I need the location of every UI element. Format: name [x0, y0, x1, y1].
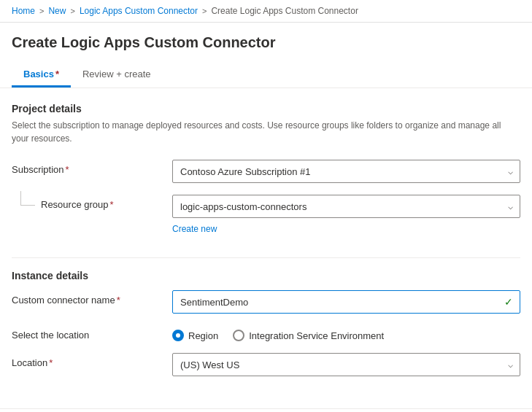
subscription-select[interactable]: Contoso Azure Subscription #1 — [172, 160, 520, 183]
tab-bar: Basics* Review + create — [0, 63, 532, 88]
breadcrumb: Home > New > Logic Apps Custom Connector… — [0, 0, 532, 23]
resource-group-control: logic-apps-custom-connectors ⌵ — [172, 195, 520, 218]
radio-region-circle — [172, 330, 184, 341]
tab-basics[interactable]: Basics* — [12, 63, 71, 88]
location-type-row: Select the location Region Integration S… — [12, 325, 520, 341]
page-title: Create Logic Apps Custom Connector — [0, 23, 532, 57]
create-new-link[interactable]: Create new — [172, 224, 217, 234]
subscription-row: Subscription* Contoso Azure Subscription… — [12, 160, 520, 183]
project-details-title: Project details — [12, 103, 520, 114]
connector-name-row: Custom connector name* ✓ — [12, 290, 520, 314]
radio-ise[interactable]: Integration Service Environment — [233, 330, 384, 341]
breadcrumb-current: Create Logic Apps Custom Connector — [211, 6, 358, 16]
resource-group-select[interactable]: logic-apps-custom-connectors — [172, 195, 520, 218]
location-type-radio-group: Region Integration Service Environment — [172, 325, 520, 341]
location-type-control: Region Integration Service Environment — [172, 325, 520, 341]
location-select[interactable]: (US) West US — [172, 353, 520, 376]
resource-group-label-wrapper: Resource group* — [12, 195, 172, 210]
tab-review-create[interactable]: Review + create — [71, 63, 163, 88]
subscription-label: Subscription* — [12, 160, 172, 175]
breadcrumb-new[interactable]: New — [48, 6, 66, 16]
connector-name-check-icon: ✓ — [504, 296, 513, 308]
project-details-desc: Select the subscription to manage deploy… — [12, 119, 520, 145]
radio-ise-circle — [233, 330, 244, 341]
location-type-label: Select the location — [12, 325, 172, 341]
breadcrumb-sep3: > — [202, 7, 207, 15]
rg-connector-line — [20, 191, 35, 206]
resource-group-select-wrapper: logic-apps-custom-connectors ⌵ — [172, 195, 520, 218]
location-select-wrapper: (US) West US ⌵ — [172, 353, 520, 376]
main-content: Project details Select the subscription … — [0, 88, 532, 403]
connector-name-control: ✓ — [172, 290, 520, 314]
subscription-select-wrapper: Contoso Azure Subscription #1 ⌵ — [172, 160, 520, 183]
breadcrumb-sep1: > — [39, 7, 44, 15]
location-label: Location* — [12, 353, 172, 368]
footer: Review + create Download a template for … — [0, 408, 532, 412]
instance-details-title: Instance details — [12, 270, 520, 281]
resource-group-label: Resource group* — [41, 195, 114, 210]
subscription-control: Contoso Azure Subscription #1 ⌵ — [172, 160, 520, 183]
connector-name-label: Custom connector name* — [12, 290, 172, 306]
location-row: Location* (US) West US ⌵ — [12, 353, 520, 376]
resource-group-row: Resource group* logic-apps-custom-connec… — [12, 195, 520, 218]
location-control: (US) West US ⌵ — [172, 353, 520, 376]
connector-name-input[interactable] — [172, 290, 520, 314]
breadcrumb-sep2: > — [70, 7, 74, 15]
connector-name-input-wrapper: ✓ — [172, 290, 520, 314]
section-divider — [12, 257, 520, 258]
radio-region[interactable]: Region — [172, 330, 218, 341]
breadcrumb-connector[interactable]: Logic Apps Custom Connector — [80, 6, 198, 16]
breadcrumb-home[interactable]: Home — [12, 6, 35, 16]
